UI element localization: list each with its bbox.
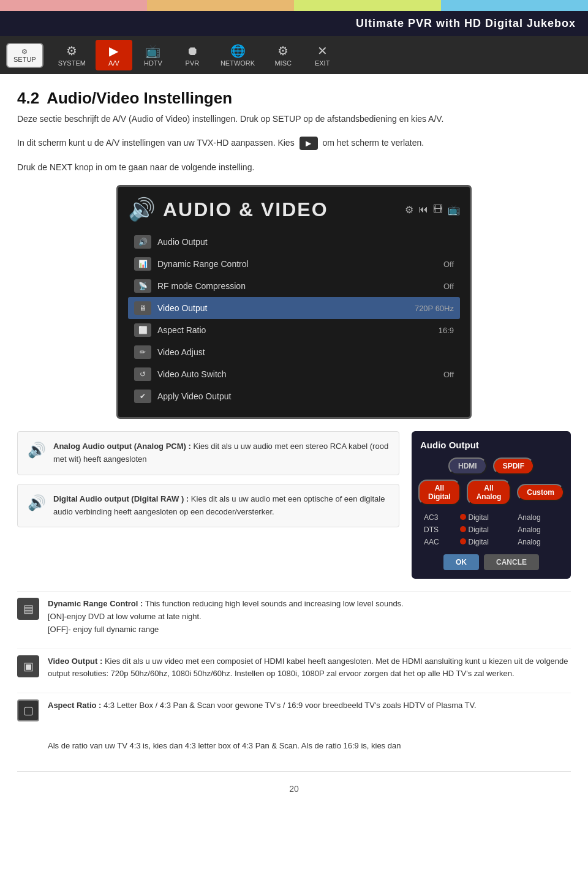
analog-title-bold: Analog Audio output (Analog PCM) : [53,442,191,451]
screen-simulation: 🔊 AUDIO & VIDEO ⚙ ⏮ 🎞 📺 🔊 Audio Output 📊… [116,185,472,419]
menu-item-rf-compression[interactable]: 📡 RF mode Compression Off [128,275,460,297]
video-output-info-text: Video Output : Kies dit als u uw video m… [48,655,571,681]
dts-digital-dot [460,526,466,532]
all-analog-button[interactable]: All Analog [467,480,511,505]
nav-setup-button[interactable]: ⚙ SETUP [6,43,43,68]
ac3-analog-label: Analog [518,513,540,522]
menu-value-aspect-ratio: 16:9 [439,326,454,335]
nav-network-label: NETWORK [221,59,255,67]
dts-digital-label: Digital [469,525,489,534]
video-output-info: ▣ Video Output : Kies dit als u uw video… [17,649,571,687]
digital-description-block: 🔊 Digital Audio output (Digital RAW ) : … [17,484,399,528]
nav-network[interactable]: 🌐 NETWORK [213,40,262,70]
nav-av-label: A/V [108,59,119,67]
screen-header: 🔊 AUDIO & VIDEO ⚙ ⏮ 🎞 📺 [128,197,460,222]
menu-item-video-auto-switch[interactable]: ↺ Video Auto Switch Off [128,363,460,385]
last-paragraph: Als de ratio van uw TV 4:3 is, kies dan … [17,734,571,759]
header-title: Ultimate PVR with HD Digital Jukebox [356,17,576,29]
page-header: Ultimate PVR with HD Digital Jukebox [0,11,588,36]
aac-digital-label: Digital [469,538,489,546]
audio-output-icon: 🔊 [134,235,151,249]
nav-system[interactable]: ⚙ SYSTEM [51,40,93,70]
menu-label-aspect-ratio: Aspect Ratio [157,325,432,335]
nav-hdtv-label: HDTV [144,59,162,67]
video-output-icon: 🖥 [134,301,151,315]
speaker-icon: 🔊 [28,442,46,459]
menu-value-rf-compression: Off [443,282,454,291]
hdmi-tab-button[interactable]: HDMI [448,457,487,475]
nav-pvr-label: PVR [186,59,200,67]
nav-exit[interactable]: ✕ EXIT [304,40,341,70]
digital-title-bold: Digital Audio output (Digital RAW ) : [53,494,189,503]
menu-value-video-auto-switch: Off [443,370,454,379]
ac3-digital-dot [460,514,466,520]
av-icon: ▶ [109,43,118,58]
menu-item-aspect-ratio[interactable]: ⬜ Aspect Ratio 16:9 [128,319,460,341]
spdif-tab-button[interactable]: SPDIF [493,457,534,475]
digital-speaker-icon: 🔊 [28,494,46,511]
page-number: 20 [17,771,571,800]
video-output-text: Kies dit als u uw video met een composie… [48,657,568,679]
screen-tv-icon: 📺 [448,204,460,216]
nav-hdtv[interactable]: 📺 HDTV [135,40,172,70]
table-row-aac: AAC Digital Analog [420,536,562,548]
menu-label-video-output: Video Output [157,303,409,313]
cancel-button[interactable]: CANCLE [484,554,539,570]
menu-item-video-output[interactable]: 🖥 Video Output 720P 60Hz [128,297,460,319]
codec-dts: DTS [420,524,456,536]
color-tabs [0,0,588,11]
menu-label-video-adjust: Video Adjust [157,347,448,357]
menu-label-rf-compression: RF mode Compression [157,281,437,291]
menu-label-apply-video-output: Apply Video Output [157,391,448,401]
menu-label-audio-output: Audio Output [157,237,448,247]
aac-analog-label: Analog [518,538,540,546]
intro-paragraph1: Deze sectie beschrijft de A/V (Audio of … [17,113,571,126]
menu-item-apply-video-output[interactable]: ✔ Apply Video Output [128,385,460,407]
nav-setup-label: SETUP [13,56,36,63]
hdtv-icon: 📺 [145,43,160,58]
nav-system-label: SYSTEM [58,59,86,67]
ok-button[interactable]: OK [443,554,479,570]
intro-paragraph3: Druk de NEXT knop in om te gaan naar de … [17,161,571,174]
ac3-digital-label: Digital [469,513,489,522]
analog-description-block: 🔊 Analog Audio output (Analog PCM) : Kie… [17,431,399,475]
codec-aac: AAC [420,536,456,548]
video-auto-switch-icon: ↺ [134,367,151,381]
nav-exit-label: EXIT [315,59,330,67]
description-column: 🔊 Analog Audio output (Analog PCM) : Kie… [17,431,399,536]
menu-item-video-adjust[interactable]: ✏ Video Adjust [128,341,460,363]
screen-audio-icon: 🔊 [128,197,156,222]
section-number: 4.2 [17,89,39,108]
custom-button[interactable]: Custom [517,484,564,501]
audio-mode-row: All Digital All Analog Custom [420,480,562,505]
screen-icons-right: ⚙ ⏮ 🎞 📺 [405,204,460,216]
screen-menu: 🔊 Audio Output 📊 Dynamic Range Control O… [128,231,460,407]
network-icon: 🌐 [230,43,246,58]
table-row-dts: DTS Digital Analog [420,524,562,536]
screen-title: AUDIO & VIDEO [163,198,328,221]
menu-label-dynamic-range: Dynamic Range Control [157,259,437,269]
intro-paragraph2: In dit scherm kunt u de A/V instellingen… [17,137,571,150]
screen-gear-icon: ⚙ [405,204,413,216]
audio-panel-title: Audio Output [420,440,562,450]
audio-panel-buttons: OK CANCLE [420,554,562,570]
dynamic-range-bold: Dynamic Range Control : [48,599,143,608]
menu-item-audio-output[interactable]: 🔊 Audio Output [128,231,460,253]
table-row-ac3: AC3 Digital Analog [420,511,562,524]
nav-av[interactable]: ▶ A/V [96,40,132,70]
aspect-ratio-info-icon: ▢ [17,699,39,721]
nav-pvr[interactable]: ⏺ PVR [174,40,211,70]
menu-value-dynamic-range: Off [443,260,454,269]
exit-icon: ✕ [317,43,328,58]
all-digital-button[interactable]: All Digital [418,480,461,505]
aspect-ratio-info-text: Aspect Ratio : 4:3 Letter Box / 4:3 Pan … [48,699,571,712]
nav-misc[interactable]: ⚙ MISC [265,40,301,70]
audio-codec-table: AC3 Digital Analog DTS Digital Analog AA… [420,511,562,548]
video-output-info-icon: ▣ [17,655,39,677]
next-button-ref: ▶ [300,137,318,150]
menu-item-dynamic-range[interactable]: 📊 Dynamic Range Control Off [128,253,460,275]
pvr-icon: ⏺ [186,44,198,58]
menu-label-video-auto-switch: Video Auto Switch [157,369,437,379]
audio-tab-row: HDMI SPDIF [420,457,562,475]
analog-description-text: Analog Audio output (Analog PCM) : Kies … [53,440,389,466]
